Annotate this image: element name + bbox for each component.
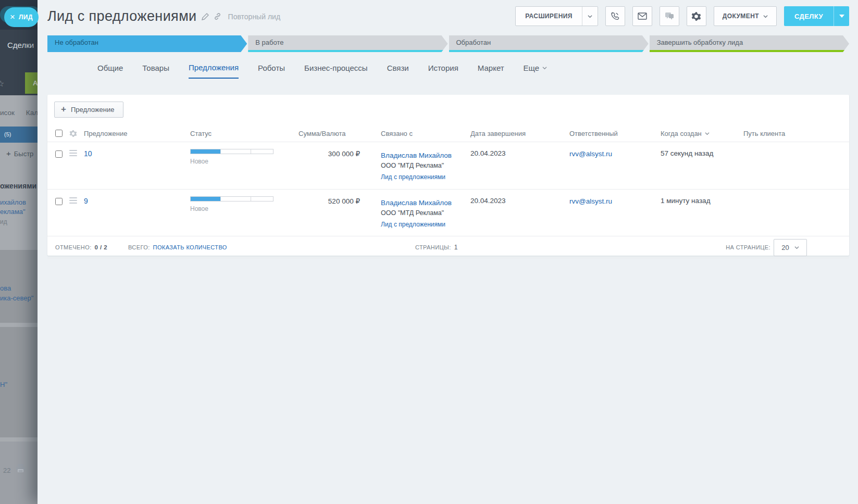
chevron-down-icon [763,14,768,19]
call-button[interactable] [605,6,625,26]
close-slider-pill[interactable]: × ЛИД [4,7,39,27]
responsible-link[interactable]: rvv@alsyst.ru [569,150,612,158]
select-all-checkbox[interactable] [55,130,63,137]
created-ago: 1 минуту назад [661,197,743,205]
header-toolbar: РАСШИРЕНИЯ [515,6,849,26]
finish-date: 20.04.2023 [470,149,569,157]
total-label: ВСЕГО: [128,244,150,250]
extensions-button[interactable]: РАСШИРЕНИЯ [515,6,598,26]
quote-id-link[interactable]: 10 [84,149,92,158]
entity-type-label: ЛИД [19,14,33,21]
lead-stage-bar: Не обработан В работе Обработан Завершит… [47,35,849,52]
quote-amount: 520 000 ₽ [299,197,381,205]
settings-button[interactable] [687,6,706,26]
tab-connections[interactable]: Связи [387,63,409,79]
quote-status-label: Новое [190,158,299,165]
panel-header: Лид с предложениями Повторный лид РАСШИР… [47,0,849,32]
quote-status-progressbar[interactable] [190,149,273,154]
chat-button[interactable] [660,6,679,26]
contact-link[interactable]: Владислав Михайлов [381,199,452,207]
chevron-down-icon [542,66,547,70]
grid-settings-icon[interactable] [69,130,84,137]
stage-underline [248,50,447,52]
create-deal-button[interactable]: СДЕЛКУ [784,6,849,26]
company-name: ООО "МТД Реклама" [381,161,470,170]
responsible-link[interactable]: rvv@alsyst.ru [569,197,612,205]
link-icon[interactable] [214,12,221,20]
quote-id-link[interactable]: 9 [84,197,88,205]
document-button[interactable]: ДОКУМЕНТ [714,6,777,26]
overlay-backdrop[interactable]: Сделки ☆ А исокКал (5) +Быстр ожениями и… [0,0,38,504]
tab-more[interactable]: Еще [524,63,548,79]
pages-value: 1 [454,244,458,251]
background-link-fragment: ова [0,284,11,292]
row-checkbox[interactable] [55,150,63,158]
column-header-responsible[interactable]: Ответственный [569,130,661,137]
gear-icon [691,11,701,21]
table-row: 10 Новое 300 000 ₽ Владислав Михайлов ОО… [47,142,849,190]
company-name: ООО "МТД Реклама" [381,208,470,218]
page-size-select[interactable]: 20 [774,239,807,256]
add-quote-button[interactable]: + Предложение [54,102,123,118]
show-count-link[interactable]: ПОКАЗАТЬ КОЛИЧЕСТВО [153,244,227,250]
column-header-amount[interactable]: Сумма/Валюта [299,130,381,137]
created-ago: 57 секунд назад [661,149,743,157]
column-header-quote[interactable]: Предложение [84,130,190,137]
background-view-tabs-fragment: исокКал [0,109,38,117]
background-add-button-fragment: А [25,72,38,94]
background-company-link-fragment: еклама" [0,208,26,216]
contact-link[interactable]: Владислав Михайлов [381,152,452,159]
chat-bubbles-icon [665,12,674,20]
column-header-related[interactable]: Связано с [381,130,470,137]
column-header-created[interactable]: Когда создан [661,130,743,137]
stage-in-progress[interactable]: В работе [248,35,447,52]
edit-title-icon[interactable] [202,13,209,20]
background-number-fragment: 22 [3,467,10,474]
plus-icon: + [6,149,11,158]
envelope-icon [638,12,647,20]
quote-status-progressbar[interactable] [190,196,273,201]
lead-link[interactable]: Лид с предложениями [381,221,445,228]
background-card-block: Н" [0,327,38,437]
background-deal-name-fragment: ожениями [0,182,36,190]
tab-business-processes[interactable]: Бизнес-процессы [304,63,368,79]
sort-chevron-icon [705,131,710,136]
stage-processed[interactable]: Обработан [449,35,649,52]
tab-products[interactable]: Товары [142,63,169,79]
column-header-status[interactable]: Статус [190,130,299,137]
tab-general[interactable]: Общие [97,63,123,79]
finish-date: 20.04.2023 [470,197,569,205]
row-menu-icon[interactable] [69,197,84,205]
column-header-client-path[interactable]: Путь клиента [743,130,849,137]
background-card-block: ова ика-север" [0,250,38,323]
background-page-header: Сделки ☆ А [0,30,38,95]
row-menu-icon[interactable] [69,150,84,158]
deal-dropdown-arrow[interactable] [834,6,849,26]
phone-icon [610,11,620,21]
quote-status-label: Новое [190,205,299,212]
background-page-title: Сделки [7,41,34,49]
tab-market[interactable]: Маркет [478,63,504,79]
background-link-fragment: Н" [0,381,7,388]
tab-quotes[interactable]: Предложения [189,63,239,79]
close-icon[interactable]: × [10,12,15,21]
stage-finish-processing[interactable]: Завершить обработку лида [650,35,849,52]
quote-amount: 300 000 ₽ [299,149,381,158]
lead-link[interactable]: Лид с предложениями [381,173,445,181]
email-button[interactable] [632,6,652,26]
row-checkbox[interactable] [55,198,63,205]
stage-underline [449,50,649,52]
tab-history[interactable]: История [428,63,458,79]
extensions-dropdown-arrow[interactable] [582,7,598,26]
repeat-lead-link[interactable]: Повторный лид [228,12,280,21]
related-cell: Владислав Михайлов ООО "МТД Реклама" Лид… [381,196,470,230]
pages-label: СТРАНИЦЫ: [415,244,451,250]
lead-slider-panel: Лид с предложениями Повторный лид РАСШИР… [38,0,858,504]
column-header-finish-date[interactable]: Дата завершения [470,130,569,137]
stage-not-processed[interactable]: Не обработан [47,35,247,52]
stage-underline [650,50,849,52]
progress-fill [191,149,220,154]
background-footer-block: 22 [0,442,38,504]
tab-robots[interactable]: Роботы [258,63,285,79]
grid-header-row: Предложение Статус Сумма/Валюта Связано … [47,125,849,142]
